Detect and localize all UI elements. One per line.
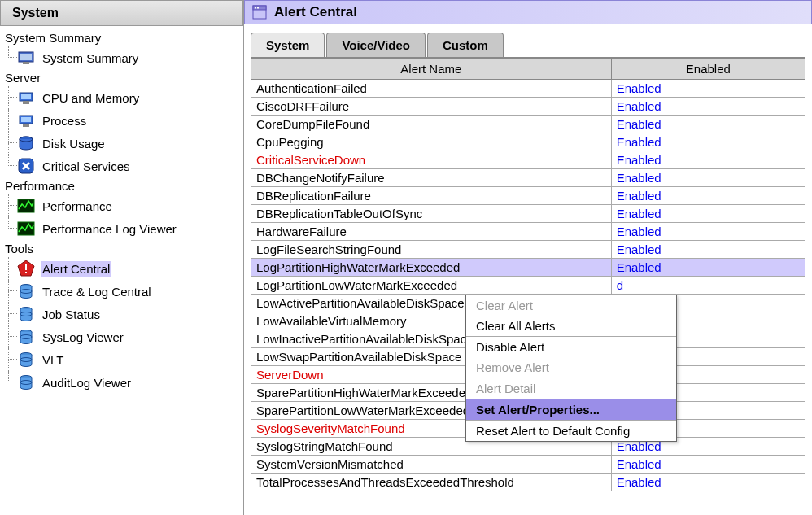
- table-row[interactable]: LogPartitionLowWaterMarkExceededd: [251, 277, 805, 295]
- table-row[interactable]: DBReplicationTableOutOfSyncEnabled: [251, 205, 805, 223]
- tree-item-label: System Summary: [41, 50, 140, 66]
- tree-item-vlt[interactable]: VLT: [0, 348, 243, 371]
- perf-icon: [16, 219, 36, 238]
- critical-icon: [16, 156, 36, 176]
- table-row[interactable]: LogPartitionHighWaterMarkExceededEnabled: [251, 259, 805, 277]
- alert-enabled-cell: Enabled: [611, 223, 805, 241]
- sidebar: System System SummarySystem SummaryServe…: [0, 0, 244, 515]
- cpu-icon: [16, 88, 36, 107]
- svg-rect-5: [23, 101, 29, 104]
- table-row[interactable]: CpuPeggingEnabled: [251, 133, 805, 151]
- tab-system[interactable]: System: [251, 33, 325, 57]
- alert-name-cell: TotalProcessesAndThreadsExceededThreshol…: [251, 474, 612, 491]
- column-header-alert-name[interactable]: Alert Name: [251, 59, 612, 80]
- svg-rect-8: [23, 124, 29, 127]
- alert-name-cell: HardwareFailure: [251, 223, 612, 241]
- table-row[interactable]: HardwareFailureEnabled: [251, 223, 805, 241]
- tree-item-label: Performance: [41, 199, 114, 214]
- tree-item-auditlog-viewer[interactable]: AuditLog Viewer: [0, 371, 243, 394]
- main-title: Alert Central: [274, 4, 357, 20]
- alert-enabled-cell: Enabled: [611, 187, 805, 205]
- window-icon: [251, 4, 268, 20]
- alert-enabled-cell: Enabled: [611, 259, 805, 277]
- alert-enabled-cell: Enabled: [611, 241, 805, 259]
- tree-item-cpu-and-memory[interactable]: CPU and Memory: [0, 86, 243, 109]
- alert-name-cell: LogPartitionLowWaterMarkExceeded: [251, 277, 612, 295]
- alert-enabled-cell: Enabled: [611, 474, 805, 491]
- tree-item-label: VLT: [41, 352, 65, 368]
- alert-enabled-cell: Enabled: [611, 169, 805, 187]
- tree-item-alert-central[interactable]: Alert Central: [0, 257, 243, 280]
- alert-name-cell: AuthenticationFailed: [251, 80, 612, 98]
- menu-item-clear-all-alerts[interactable]: Clear All Alerts: [466, 316, 676, 336]
- svg-rect-30: [257, 7, 259, 9]
- alert-name-cell: DBReplicationTableOutOfSync: [251, 205, 612, 223]
- tree-item-label: Alert Central: [41, 261, 111, 277]
- alert-enabled-cell: Enabled: [611, 151, 805, 169]
- tree-item-process[interactable]: Process: [0, 109, 243, 132]
- db-icon: [16, 350, 36, 369]
- alert-name-cell: DBReplicationFailure: [251, 187, 612, 205]
- table-row[interactable]: AuthenticationFailedEnabled: [251, 80, 805, 98]
- tree-item-system-summary[interactable]: System Summary: [0, 46, 243, 69]
- menu-item-clear-alert: Clear Alert: [466, 295, 676, 316]
- alert-icon: [16, 259, 36, 278]
- disk-icon: [16, 133, 36, 153]
- tree-item-label: Process: [41, 113, 88, 129]
- menu-item-set-alert-properties-[interactable]: Set Alert/Properties...: [466, 399, 676, 420]
- sidebar-title: System: [0, 0, 243, 26]
- alert-enabled-cell: d: [611, 277, 805, 295]
- alert-enabled-cell: Enabled: [611, 116, 805, 133]
- table-row[interactable]: TotalProcessesAndThreadsExceededThreshol…: [251, 474, 805, 491]
- perf-icon: [16, 196, 36, 216]
- svg-rect-4: [21, 94, 31, 99]
- table-row[interactable]: DBChangeNotifyFailureEnabled: [251, 169, 805, 187]
- alert-name-cell: LogPartitionHighWaterMarkExceeded: [251, 259, 612, 277]
- content-area: SystemVoice/VideoCustom Alert Name Enabl…: [244, 24, 812, 515]
- tree-item-performance[interactable]: Performance: [0, 194, 243, 217]
- tab-custom[interactable]: Custom: [427, 33, 504, 57]
- tree-group-label: System Summary: [0, 29, 243, 46]
- table-row[interactable]: LogFileSearchStringFoundEnabled: [251, 241, 805, 259]
- table-row[interactable]: CiscoDRFFailureEnabled: [251, 98, 805, 116]
- tree-item-performance-log-viewer[interactable]: Performance Log Viewer: [0, 217, 243, 240]
- tree-item-syslog-viewer[interactable]: SysLog Viewer: [0, 325, 243, 348]
- tree-item-critical-services[interactable]: Critical Services: [0, 155, 243, 177]
- svg-rect-2: [23, 62, 29, 64]
- alert-enabled-cell: Enabled: [611, 133, 805, 151]
- alert-name-cell: CriticalServiceDown: [251, 151, 612, 169]
- svg-rect-1: [20, 54, 32, 60]
- svg-rect-16: [25, 272, 27, 273]
- main-panel: Alert Central SystemVoice/VideoCustom Al…: [244, 0, 812, 515]
- tree-item-disk-usage[interactable]: Disk Usage: [0, 132, 243, 155]
- sidebar-tree: System SummarySystem SummaryServerCPU an…: [0, 26, 243, 397]
- menu-item-remove-alert: Remove Alert: [466, 357, 676, 378]
- alert-name-cell: CoreDumpFileFound: [251, 116, 612, 133]
- svg-rect-7: [21, 117, 31, 122]
- db-icon: [16, 304, 36, 324]
- context-menu: Clear AlertClear All AlertsDisable Alert…: [465, 295, 677, 442]
- alert-name-cell: CpuPegging: [251, 133, 612, 151]
- alert-name-cell: SystemVersionMismatched: [251, 456, 612, 474]
- main-header: Alert Central: [244, 0, 812, 24]
- db-icon: [16, 282, 36, 301]
- menu-item-reset-alert-to-default-config[interactable]: Reset Alert to Default Config: [466, 421, 676, 441]
- tree-group-label: Server: [0, 69, 243, 86]
- table-row[interactable]: CriticalServiceDownEnabled: [251, 151, 805, 169]
- tree-group-label: Performance: [0, 177, 243, 194]
- tree-item-label: Trace & Log Central: [41, 284, 153, 299]
- column-header-enabled[interactable]: Enabled: [611, 59, 805, 80]
- tree-item-trace-log-central[interactable]: Trace & Log Central: [0, 280, 243, 303]
- table-row[interactable]: DBReplicationFailureEnabled: [251, 187, 805, 205]
- table-row[interactable]: SystemVersionMismatchedEnabled: [251, 456, 805, 474]
- table-row[interactable]: CoreDumpFileFoundEnabled: [251, 116, 805, 133]
- svg-rect-29: [255, 7, 256, 9]
- tree-item-job-status[interactable]: Job Status: [0, 303, 243, 325]
- alert-name-cell: LogFileSearchStringFound: [251, 241, 612, 259]
- tree-item-label: Job Status: [41, 307, 102, 322]
- process-icon: [16, 111, 36, 130]
- tree-item-label: Critical Services: [41, 159, 132, 174]
- tab-voice-video[interactable]: Voice/Video: [326, 33, 426, 57]
- menu-item-disable-alert[interactable]: Disable Alert: [466, 337, 676, 357]
- alert-enabled-cell: Enabled: [611, 456, 805, 474]
